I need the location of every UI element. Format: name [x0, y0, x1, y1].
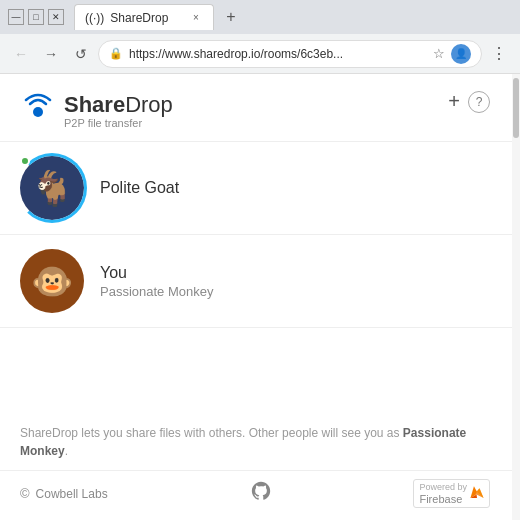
avatar-wrapper-you: 🐵 — [20, 249, 84, 313]
user-info: You Passionate Monkey — [100, 264, 500, 299]
maximize-button[interactable]: □ — [28, 9, 44, 25]
header-actions: + ? — [448, 90, 490, 113]
back-button[interactable]: ← — [8, 41, 34, 67]
address-bar[interactable]: 🔒 https://www.sharedrop.io/rooms/6c3eb..… — [98, 40, 482, 68]
minimize-button[interactable]: — — [8, 9, 24, 25]
profile-avatar[interactable]: 👤 — [451, 44, 471, 64]
copyright-icon: © — [20, 486, 30, 501]
firebase-icon — [470, 485, 484, 503]
forward-button[interactable]: → — [38, 41, 64, 67]
avatar: 🐵 — [20, 249, 84, 313]
sharedrop-logo-icon — [20, 90, 56, 133]
user-info: Polite Goat — [100, 179, 500, 197]
add-room-button[interactable]: + — [448, 90, 460, 113]
powered-by-text: Powered by — [419, 482, 467, 493]
logo-text: ShareDrop P2P file transfer — [64, 94, 173, 129]
close-window-button[interactable]: ✕ — [48, 9, 64, 25]
user-subtitle: Passionate Monkey — [100, 284, 500, 299]
help-button[interactable]: ? — [468, 91, 490, 113]
list-item[interactable]: 🐵 You Passionate Monkey — [0, 235, 520, 328]
user-list: 🐐 Polite Goat 🐵 You Passionate Monkey — [0, 142, 520, 408]
user-name: Polite Goat — [100, 179, 500, 197]
logo-subtitle: P2P file transfer — [64, 117, 173, 129]
address-text: https://www.sharedrop.io/rooms/6c3eb... — [129, 47, 427, 61]
app-header: ShareDrop P2P file transfer + ? — [0, 74, 520, 142]
cowbell-labs-text: Cowbell Labs — [36, 487, 108, 501]
logo-svg — [20, 90, 56, 126]
list-item[interactable]: 🐐 Polite Goat — [0, 142, 520, 235]
svg-point-0 — [33, 107, 43, 117]
reload-button[interactable]: ↺ — [68, 41, 94, 67]
bookmark-icon[interactable]: ☆ — [433, 46, 445, 61]
tab-favicon: ((·)) — [85, 11, 104, 25]
page-content: ShareDrop P2P file transfer + ? 🐐 Polite… — [0, 74, 520, 520]
lock-icon: 🔒 — [109, 47, 123, 60]
browser-tab[interactable]: ((·)) ShareDrop × — [74, 4, 214, 30]
firebase-link[interactable]: Powered by Firebase — [413, 479, 490, 508]
logo-area: ShareDrop P2P file transfer — [20, 90, 173, 133]
browser-titlebar: — □ ✕ ((·)) ShareDrop × + — [0, 0, 520, 34]
app-footer: © Cowbell Labs Powered by Firebase — [0, 470, 520, 520]
cowbell-labs-link[interactable]: © Cowbell Labs — [20, 486, 108, 501]
scrollbar-thumb[interactable] — [513, 78, 519, 138]
github-link[interactable] — [250, 480, 272, 507]
user-name: You — [100, 264, 500, 282]
avatar-wrapper-polite-goat: 🐐 — [20, 156, 84, 220]
tab-close-button[interactable]: × — [189, 11, 203, 25]
logo-title: ShareDrop — [64, 94, 173, 116]
firebase-text: Firebase — [419, 493, 467, 505]
footer-description: ShareDrop lets you share files with othe… — [0, 408, 520, 470]
browser-chrome: — □ ✕ ((·)) ShareDrop × + ← → ↺ — [0, 0, 520, 74]
browser-navbar: ← → ↺ 🔒 https://www.sharedrop.io/rooms/6… — [0, 34, 520, 74]
window-controls: — □ ✕ — [8, 9, 64, 25]
github-icon — [250, 480, 272, 502]
new-tab-button[interactable]: + — [218, 4, 244, 30]
tab-title: ShareDrop — [110, 11, 168, 25]
scrollbar[interactable] — [512, 74, 520, 520]
online-indicator — [20, 156, 30, 166]
browser-menu-button[interactable]: ⋮ — [486, 41, 512, 67]
